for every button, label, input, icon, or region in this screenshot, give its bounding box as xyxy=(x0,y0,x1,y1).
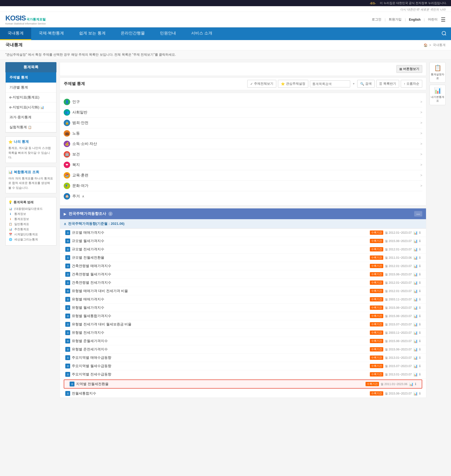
stat-xls-9[interactable]: 📊 xyxy=(413,306,418,310)
english-link[interactable]: English xyxy=(409,18,421,22)
register-link[interactable]: 회원가입 xyxy=(389,17,402,22)
cat-income[interactable]: 💰 소득·소비·자산 > xyxy=(64,139,422,149)
cat-welfare[interactable]: ❤ 복지 > xyxy=(64,160,422,170)
expanded-header[interactable]: ▶ 전국주택가격동향조사 i — xyxy=(60,208,426,219)
stat-xls-17[interactable]: 📊 xyxy=(413,372,418,376)
stat-period-10[interactable]: 수록기간 xyxy=(370,314,383,318)
stat-info-18[interactable]: ℹ xyxy=(415,382,416,386)
stat-name-1[interactable]: 규모별 월세가격지수 xyxy=(72,239,368,243)
stat-xls-2[interactable]: 📊 xyxy=(413,247,418,251)
stat-name-16[interactable]: 주요지역별 월세수급동향 xyxy=(72,364,368,368)
stat-name-6[interactable]: 건축연령별 전세가격지수 xyxy=(72,280,368,285)
stat-info-13[interactable]: ℹ xyxy=(419,339,421,343)
cat-education[interactable]: 📚 교육·훈련 > xyxy=(64,170,422,181)
stat-info-16[interactable]: ℹ xyxy=(419,364,421,368)
stat-xls-12[interactable]: 📊 xyxy=(413,331,418,335)
hamburger-menu-icon[interactable]: ☰ xyxy=(441,16,446,23)
stat-period-15[interactable]: 수록기간 xyxy=(370,356,383,360)
stat-info-15[interactable]: ℹ xyxy=(419,356,421,360)
stat-period-16[interactable]: 수록기간 xyxy=(370,364,383,368)
stat-xls-6[interactable]: 📊 xyxy=(413,281,418,285)
stat-info-2[interactable]: ℹ xyxy=(419,247,421,251)
stat-xls-5[interactable]: 📊 xyxy=(413,272,418,276)
stat-period-18[interactable]: 수록기간 xyxy=(366,382,379,386)
stat-xls-0[interactable]: 📊 xyxy=(413,231,418,235)
stat-period-14[interactable]: 수록기간 xyxy=(370,347,383,351)
stat-period-8[interactable]: 수록기간 xyxy=(370,297,383,301)
search-btn[interactable]: 🔍 검색 xyxy=(357,80,375,88)
stat-xls-11[interactable]: 📊 xyxy=(413,322,418,326)
stats-explanation-btn[interactable]: 📋 통계설명자료 xyxy=(429,62,446,83)
stat-xls-4[interactable]: 📊 xyxy=(413,264,418,268)
search-input[interactable] xyxy=(310,80,350,87)
list-toggle-btn[interactable]: ☰ 목록반기 xyxy=(376,80,399,88)
sidebar-item-experimental[interactable]: 실험적통계 📋 xyxy=(6,122,56,132)
stat-info-6[interactable]: ℹ xyxy=(419,281,421,285)
search-dropdown-icon[interactable]: ▼ xyxy=(351,82,356,85)
stat-name-8[interactable]: 유형별 매매가격지수 xyxy=(72,297,368,302)
my-stats-btn[interactable]: 📊 내가본통계표 xyxy=(429,85,446,105)
stat-info-19[interactable]: ℹ xyxy=(419,392,421,395)
cat-labor[interactable]: 💼 노동 > xyxy=(64,128,422,139)
stat-period-4[interactable]: 수록기간 xyxy=(370,264,383,268)
stat-xls-7[interactable]: 📊 xyxy=(413,289,418,293)
stat-period-12[interactable]: 수록기간 xyxy=(370,331,383,335)
stat-name-13[interactable]: 유형별 준월세가격지수 xyxy=(72,339,368,343)
grid-view-btn[interactable]: ⊞ 버튼형보기 xyxy=(396,65,422,73)
stat-xls-16[interactable]: 📊 xyxy=(413,364,418,368)
children-link[interactable]: 어린이 xyxy=(428,17,438,22)
cat-social[interactable]: 👥 사회일반 > xyxy=(64,107,422,118)
stat-info-1[interactable]: ℹ xyxy=(419,239,421,243)
stat-period-11[interactable]: 수록기간 xyxy=(370,322,383,326)
stat-period-6[interactable]: 수록기간 xyxy=(370,280,383,285)
stat-period-19[interactable]: 수록기간 xyxy=(370,391,383,396)
stat-period-7[interactable]: 수록기간 xyxy=(370,289,383,293)
nav-item-service[interactable]: 서비스 소개 xyxy=(184,27,220,40)
nav-item-easy[interactable]: 쉽게 보는 통계 xyxy=(71,27,113,40)
stat-period-9[interactable]: 수록기간 xyxy=(370,306,383,310)
cat-culture[interactable]: 🎭 문화·여가 > xyxy=(64,181,422,191)
stat-info-3[interactable]: ℹ xyxy=(419,256,421,260)
stat-xls-10[interactable]: 📊 xyxy=(413,314,418,318)
stat-info-12[interactable]: ℹ xyxy=(419,331,421,335)
stat-name-4[interactable]: 건축연령별 매매가격지수 xyxy=(72,264,368,268)
expanded-info-icon[interactable]: i xyxy=(108,212,113,216)
nav-item-civil[interactable]: 민원안내 xyxy=(152,27,184,40)
sidebar-item-agency[interactable]: 기관별 통계 xyxy=(6,83,56,93)
stat-period-3[interactable]: 수록기간 xyxy=(370,255,383,260)
stat-name-5[interactable]: 건축연령별 월세가격지수 xyxy=(72,272,368,277)
stat-name-12[interactable]: 유형별 전세가격지수 xyxy=(72,330,368,335)
stat-info-14[interactable]: ℹ xyxy=(419,347,421,351)
nav-item-international[interactable]: 국제·북한통계 xyxy=(31,27,71,40)
sidebar-item-past[interactable]: 과거·중지통계 xyxy=(6,112,56,122)
stat-period-13[interactable]: 수록기간 xyxy=(370,339,383,343)
stat-xls-13[interactable]: 📊 xyxy=(413,339,418,343)
stat-info-9[interactable]: ℹ xyxy=(419,306,421,310)
stat-name-9[interactable]: 유형별 월세가격지수 xyxy=(72,305,368,310)
sidebar-item-elocal-table[interactable]: e-지방지표(통계표) xyxy=(6,93,56,102)
login-link[interactable]: 로그인 xyxy=(372,17,381,22)
stat-period-0[interactable]: 수록기간 xyxy=(370,230,383,235)
stat-name-18[interactable]: 지역별 전월세전환율 xyxy=(76,382,364,386)
stat-xls-14[interactable]: 📊 xyxy=(413,347,418,351)
cat-crime[interactable]: 🔒 범죄·안전 > xyxy=(64,118,422,128)
stat-name-14[interactable]: 유형별 준전세가격지수 xyxy=(72,347,368,352)
stat-info-7[interactable]: ℹ xyxy=(419,289,421,293)
stat-xls-15[interactable]: 📊 xyxy=(413,356,418,360)
sort-btn[interactable]: ↑ 오름차순 xyxy=(401,80,422,88)
collapse-btn[interactable]: — xyxy=(414,211,422,216)
stat-xls-1[interactable]: 📊 xyxy=(413,239,418,243)
cat-health[interactable]: 🏥 보건 > xyxy=(64,149,422,160)
interest-set-btn[interactable]: ⭐ 관심주제설정 xyxy=(278,80,308,88)
stat-info-4[interactable]: ℹ xyxy=(419,264,421,268)
home-icon[interactable]: 🏠 xyxy=(424,43,428,47)
stat-info-10[interactable]: ℹ xyxy=(419,314,421,318)
sidebar-item-elocal-visual[interactable]: e-지방지표(시각화) 📊 xyxy=(6,102,56,112)
all-view-btn[interactable]: ✓ 주제전체보기 xyxy=(247,80,276,88)
stat-period-5[interactable]: 수록기간 xyxy=(370,272,383,276)
stat-info-17[interactable]: ℹ xyxy=(419,372,421,376)
stat-period-17[interactable]: 수록기간 xyxy=(370,372,383,376)
nav-item-publication[interactable]: 온라인간행물 xyxy=(113,27,152,40)
nav-search-icon[interactable] xyxy=(437,27,451,40)
sub-section-header[interactable]: ∧ 전국주택가격동향(기준월 : 2021.06) xyxy=(60,219,426,229)
